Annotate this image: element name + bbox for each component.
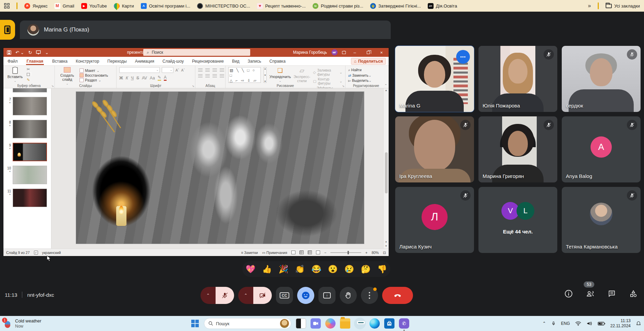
all-bookmarks-button[interactable]: Усі закладки bbox=[606, 3, 640, 9]
chat-icon[interactable] bbox=[608, 290, 616, 298]
notes-toggle[interactable]: ≡ Заметки bbox=[241, 251, 258, 255]
reaction-party[interactable]: 🎉 bbox=[279, 265, 289, 273]
microphone-button[interactable]: ⌃ bbox=[201, 287, 234, 304]
scroll-up-icon[interactable]: ▲ bbox=[385, 89, 387, 91]
tray-clock[interactable]: 11:13 22.11.2024 bbox=[610, 318, 631, 329]
reaction-clap[interactable]: 👏 bbox=[295, 265, 305, 273]
zoom-out-icon[interactable]: − bbox=[324, 251, 326, 255]
section-button[interactable]: Раздел⌄ bbox=[80, 78, 108, 82]
slide-thumbnail-11[interactable]: 11★ bbox=[6, 189, 51, 207]
font-name-select[interactable]: ⌄ bbox=[119, 67, 160, 73]
slide-thumbnail-9-selected[interactable]: 9★ bbox=[6, 143, 51, 161]
reaction-thinking[interactable]: 🤔 bbox=[361, 265, 371, 273]
tab-home[interactable]: Главная bbox=[26, 58, 44, 65]
activities-icon[interactable] bbox=[629, 290, 638, 298]
camera-button[interactable]: ⌃ bbox=[238, 287, 272, 304]
participant-tile-yuliia[interactable]: Юлія Пожарова bbox=[478, 46, 557, 112]
font-dialog-launcher[interactable]: ⇘ bbox=[192, 85, 194, 88]
copilot-app-icon[interactable] bbox=[325, 318, 336, 329]
arrange-button[interactable]: ❏ Упорядочить ⌄ bbox=[269, 67, 291, 82]
slide-sorter-view-icon[interactable] bbox=[300, 251, 304, 254]
edge-app-icon[interactable] bbox=[369, 318, 380, 329]
volume-icon[interactable] bbox=[586, 321, 593, 326]
collapse-ribbon-icon[interactable]: ⌃ bbox=[385, 84, 387, 87]
bookmark-dishes[interactable]: hi Різдвяні страви різ... bbox=[313, 3, 363, 9]
layout-button[interactable]: Макет⌄ bbox=[80, 68, 108, 73]
tab-slideshow[interactable]: Слайд-шоу bbox=[162, 59, 184, 64]
reset-button[interactable]: Восстановить bbox=[80, 73, 108, 77]
account-name[interactable]: Марина Горобець bbox=[293, 50, 327, 55]
bookmark-recipe[interactable]: ♥ Рецепт тыквенно-... bbox=[257, 3, 306, 9]
start-button[interactable] bbox=[191, 319, 199, 328]
slide-thumbnail-8[interactable]: 8★ bbox=[6, 120, 51, 138]
chat-app-icon[interactable] bbox=[311, 318, 321, 329]
widgets-app-icon[interactable] bbox=[296, 318, 306, 329]
customize-qat-icon[interactable]: ⌄ bbox=[45, 50, 49, 55]
camera-options-chevron-icon[interactable]: ⌃ bbox=[238, 287, 253, 304]
shape-fill-button[interactable]: ◇ Заливка фигуры⌄ bbox=[313, 68, 342, 76]
shrink-font-icon[interactable]: Аˇ bbox=[181, 68, 185, 72]
present-screen-button[interactable]: ↑ bbox=[318, 287, 336, 304]
undo-icon[interactable]: ↶ ⌄ bbox=[15, 50, 24, 55]
cut-icon[interactable]: ✂ bbox=[27, 67, 30, 72]
bookmark-hygiene[interactable]: ψ Затверджені Гігієні... bbox=[370, 3, 421, 9]
bookmarks-overflow-chevron[interactable]: » bbox=[588, 3, 591, 9]
next-slide-icon[interactable]: ▼ bbox=[385, 245, 387, 247]
find-button[interactable]: ⌕ Найти bbox=[348, 68, 362, 72]
bold-button[interactable]: Ж bbox=[119, 76, 123, 80]
zoom-level[interactable]: 80% bbox=[372, 251, 379, 255]
reaction-laugh[interactable]: 😂 bbox=[312, 265, 321, 273]
bookmark-ministry[interactable]: МІНІСТЕРСТВО ОС... bbox=[197, 3, 250, 9]
participant-tile-ira[interactable]: Іра Круглеева bbox=[395, 116, 474, 182]
spellcheck-icon[interactable]: ✓ bbox=[34, 251, 38, 255]
reaction-thumbs-down[interactable]: 👎 bbox=[377, 265, 387, 273]
tray-expand-chevron-icon[interactable]: ⌃ bbox=[543, 321, 546, 326]
slideshow-icon[interactable] bbox=[36, 50, 41, 54]
format-painter-icon[interactable]: ✎ bbox=[27, 78, 30, 82]
restore-button[interactable] bbox=[364, 50, 373, 55]
taskbar-search[interactable]: Пошук bbox=[204, 318, 291, 329]
close-button[interactable]: × bbox=[377, 50, 386, 55]
zoom-in-icon[interactable]: + bbox=[365, 251, 367, 255]
tray-mic-icon[interactable] bbox=[551, 321, 556, 326]
slide-thumbnail-partial[interactable] bbox=[13, 88, 47, 92]
share-button[interactable]: ⌂ Поделиться bbox=[351, 58, 386, 65]
highlight-button[interactable]: ✎ bbox=[158, 75, 161, 81]
paste-button[interactable]: Вставить ⌄ bbox=[6, 67, 24, 82]
shapes-scroll[interactable]: ▲▼▼ bbox=[264, 67, 267, 83]
tab-file[interactable]: Файл bbox=[8, 59, 18, 64]
italic-button[interactable]: К bbox=[126, 76, 128, 80]
tab-help[interactable]: Справка bbox=[269, 59, 285, 64]
viber-app-icon[interactable]: ✆ bbox=[399, 318, 409, 329]
bookmark-yandex[interactable]: Я Яндекс bbox=[24, 3, 48, 9]
bookmark-diia-osvita[interactable]: дія Дія.Освіта bbox=[428, 3, 457, 9]
reaction-heart[interactable]: 💖 bbox=[246, 265, 256, 273]
participant-tile-tetiana[interactable]: Тетяна Кармановська bbox=[562, 187, 641, 253]
end-call-button[interactable] bbox=[382, 287, 413, 304]
battery-icon[interactable] bbox=[598, 321, 605, 326]
minimize-button[interactable]: – bbox=[350, 50, 359, 55]
paragraph-icons[interactable] bbox=[198, 68, 224, 78]
wifi-icon[interactable] bbox=[575, 321, 581, 326]
extension-badge[interactable] bbox=[0, 20, 15, 40]
search-highlight-image[interactable] bbox=[280, 319, 289, 328]
drawing-dialog-launcher[interactable]: ⇘ bbox=[342, 85, 344, 88]
underline-button[interactable]: Ч bbox=[131, 76, 134, 80]
bookmark-gmail[interactable]: M Gmail bbox=[54, 3, 74, 9]
tile-options-button[interactable]: ••• bbox=[456, 50, 470, 64]
notifications-bell-icon[interactable] bbox=[636, 321, 641, 327]
ppt-search-box[interactable]: ⌕ Поиск bbox=[143, 49, 250, 56]
mic-options-chevron-icon[interactable]: ⌃ bbox=[201, 287, 216, 304]
people-panel-button[interactable]: 53 bbox=[586, 290, 595, 298]
participant-tile-maryna-hryhorian[interactable]: Марина Григорян bbox=[478, 116, 557, 182]
slideshow-view-icon[interactable] bbox=[316, 251, 320, 254]
vertical-scrollbar[interactable]: ▲ ▲ ▼ bbox=[383, 88, 389, 249]
tab-transitions[interactable]: Переходы bbox=[107, 59, 126, 64]
reaction-cry[interactable]: 😢 bbox=[344, 265, 354, 273]
copy-icon[interactable] bbox=[27, 73, 30, 77]
tab-record[interactable]: Запись bbox=[248, 59, 261, 64]
zoom-slider[interactable] bbox=[330, 252, 361, 253]
tab-review[interactable]: Рецензирование bbox=[192, 59, 224, 64]
reaction-surprised[interactable]: 😮 bbox=[328, 265, 338, 273]
grow-font-icon[interactable]: Аˆ bbox=[175, 68, 179, 72]
